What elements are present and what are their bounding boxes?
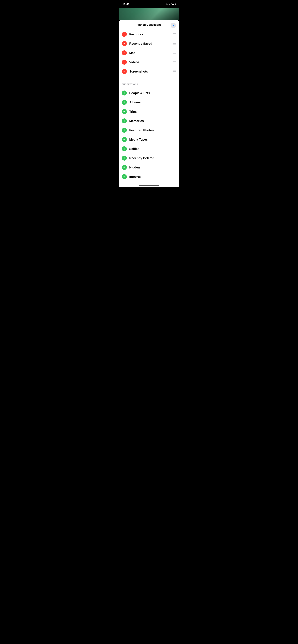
drag-line	[173, 33, 176, 34]
drag-line	[173, 62, 176, 62]
remove-videos-button[interactable]: −	[122, 60, 127, 65]
battery-icon	[171, 3, 176, 6]
status-bar: 19:06 ✈ 60	[119, 0, 179, 8]
list-item: + Recently Deleted	[119, 154, 179, 163]
add-recently-deleted-button[interactable]: +	[122, 156, 127, 160]
suggestion-item-label: Featured Photos	[129, 128, 176, 132]
drag-handle-videos[interactable]	[173, 61, 176, 63]
plus-icon: +	[123, 166, 125, 169]
add-trips-button[interactable]: +	[122, 109, 127, 114]
modal-sheet: Pinned Collections × − Favorites	[119, 20, 179, 187]
remove-map-button[interactable]: −	[122, 50, 127, 55]
drag-line	[173, 44, 176, 44]
drag-line	[173, 72, 176, 72]
add-selfies-button[interactable]: +	[122, 146, 127, 151]
pinned-item-label: Screenshots	[129, 70, 170, 73]
suggestions-section-header: SUGGESTIONS	[119, 80, 179, 87]
drag-line	[173, 34, 176, 34]
list-item: + Selfies	[119, 144, 179, 154]
drag-line	[173, 42, 176, 43]
add-albums-button[interactable]: +	[122, 100, 127, 105]
pinned-list: − Favorites − Recently Saved	[119, 28, 179, 78]
phone-container: 19:06 ✈ 60 Pinned Collections ×	[119, 0, 179, 187]
minus-icon: −	[123, 60, 125, 64]
status-time: 19:06	[122, 3, 129, 6]
suggestion-item-label: Hidden	[129, 166, 176, 169]
minus-icon: −	[123, 70, 125, 73]
add-hidden-button[interactable]: +	[122, 165, 127, 170]
remove-favorites-button[interactable]: −	[122, 32, 127, 37]
add-imports-button[interactable]: +	[122, 174, 127, 179]
list-item: − Videos	[119, 58, 179, 67]
list-item: + Trips	[119, 107, 179, 116]
drag-line	[173, 54, 176, 54]
plus-icon: +	[123, 91, 125, 95]
list-item: + Featured Photos	[119, 126, 179, 135]
drag-handle-screenshots[interactable]	[173, 70, 176, 72]
plus-icon: +	[123, 128, 125, 132]
bottom-indicator	[119, 183, 179, 187]
add-people-pets-button[interactable]: +	[122, 90, 127, 96]
plus-icon: +	[123, 156, 125, 160]
minus-icon: −	[123, 32, 125, 36]
modal-title: Pinned Collections	[136, 23, 162, 26]
drag-line	[173, 71, 176, 72]
list-item: + Imports	[119, 172, 179, 181]
plus-icon: +	[123, 119, 125, 122]
drag-line	[173, 44, 176, 44]
battery-container: 60	[169, 3, 176, 6]
plus-icon: +	[123, 110, 125, 113]
drag-line	[173, 35, 176, 35]
suggestion-item-label: Selfies	[129, 147, 176, 151]
airplane-icon: ✈	[166, 3, 168, 6]
drag-line	[173, 61, 176, 62]
suggestions-title: SUGGESTIONS	[122, 83, 138, 86]
drag-line	[173, 52, 176, 52]
drag-line	[173, 53, 176, 53]
home-indicator	[138, 185, 160, 186]
list-item: + Memories	[119, 116, 179, 126]
minus-icon: −	[123, 42, 125, 45]
list-item: + People & Pets	[119, 88, 179, 98]
remove-screenshots-button[interactable]: −	[122, 69, 127, 74]
list-item: + Hidden	[119, 163, 179, 172]
status-icons: ✈ 60	[166, 3, 176, 6]
list-item: − Map	[119, 48, 179, 58]
pinned-item-label: Recently Saved	[129, 42, 170, 46]
battery-text: 60	[169, 3, 171, 6]
suggestion-item-label: Trips	[129, 110, 176, 114]
close-button[interactable]: ×	[171, 23, 176, 28]
background-image	[119, 8, 179, 20]
minus-icon: −	[123, 51, 125, 54]
plus-icon: +	[123, 147, 125, 150]
drag-handle-map[interactable]	[173, 52, 176, 54]
suggestion-item-label: People & Pets	[129, 91, 176, 95]
list-item: + Media Types	[119, 135, 179, 144]
drag-line	[173, 70, 176, 71]
list-item: − Favorites	[119, 30, 179, 39]
add-featured-photos-button[interactable]: +	[122, 128, 127, 133]
remove-recently-saved-button[interactable]: −	[122, 41, 127, 46]
suggestion-item-label: Recently Deleted	[129, 156, 176, 160]
bg-blur	[119, 8, 179, 20]
add-media-types-button[interactable]: +	[122, 137, 127, 142]
plus-icon: +	[123, 175, 125, 178]
drag-handle-favorites[interactable]	[173, 33, 176, 35]
modal-header: Pinned Collections ×	[119, 20, 179, 28]
drag-line	[173, 63, 176, 63]
close-icon: ×	[173, 24, 174, 27]
pinned-item-label: Favorites	[129, 32, 170, 36]
suggestion-item-label: Media Types	[129, 138, 176, 141]
plus-icon: +	[123, 138, 125, 141]
pinned-item-label: Videos	[129, 60, 170, 64]
suggestions-list: + People & Pets + Albums + Trips +	[119, 87, 179, 183]
pinned-item-label: Map	[129, 51, 170, 55]
drag-handle-recently-saved[interactable]	[173, 42, 176, 44]
list-item: + Albums	[119, 98, 179, 107]
suggestion-item-label: Memories	[129, 119, 176, 123]
list-item: − Screenshots	[119, 67, 179, 76]
plus-icon: +	[123, 100, 125, 104]
battery-fill	[172, 4, 174, 5]
suggestion-item-label: Albums	[129, 100, 176, 104]
add-memories-button[interactable]: +	[122, 118, 127, 124]
